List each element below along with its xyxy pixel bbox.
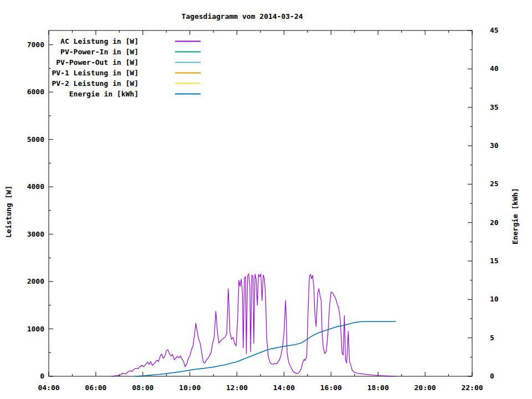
y-left-tick-label: 3000	[27, 230, 44, 238]
y-left-tick-label: 6000	[27, 88, 44, 96]
x-tick-label: 14:00	[273, 383, 295, 392]
y-left-tick-label: 4000	[27, 182, 44, 191]
chart-canvas: Tagesdiagramm vom 2014-03-24 Leistung [W…	[0, 0, 532, 399]
x-tick-label: 22:00	[461, 383, 483, 392]
y-left-tick-label: 7000	[27, 40, 44, 49]
y-right-tick-label: 15	[490, 257, 499, 265]
y-right-tick-label: 40	[490, 64, 499, 73]
y-right-tick-label: 0	[490, 372, 494, 380]
legend-label: PV-1 Leistung in [W]	[52, 69, 139, 77]
legend-label: Energie in [kWh]	[69, 90, 139, 98]
plot-area: 04:0006:0008:0010:0012:0014:0016:0018:00…	[0, 0, 532, 399]
series-energie	[135, 321, 396, 376]
series-ac-leistung	[111, 274, 396, 376]
x-tick-label: 08:00	[132, 383, 154, 392]
legend-label: AC Leistung in [W]	[60, 37, 139, 45]
x-tick-label: 16:00	[320, 383, 342, 392]
y-right-tick-label: 35	[490, 103, 499, 111]
x-tick-label: 20:00	[415, 383, 436, 392]
y-right-tick-label: 25	[490, 180, 499, 188]
legend-label: PV-2 Leistung in [W]	[52, 79, 139, 88]
x-tick-label: 04:00	[38, 383, 59, 392]
x-tick-label: 06:00	[85, 383, 106, 392]
y-right-tick-label: 30	[490, 141, 499, 150]
y-left-tick-label: 1000	[27, 325, 44, 333]
x-tick-label: 18:00	[367, 383, 389, 392]
legend: AC Leistung in [W]PV-Power-In in [W]PV-P…	[52, 37, 201, 98]
y-left-tick-label: 2000	[27, 277, 44, 285]
y-right-tick-label: 5	[490, 334, 494, 342]
x-tick-label: 10:00	[179, 383, 201, 392]
x-tick-label: 12:00	[226, 383, 248, 392]
legend-label: PV-Power-Out in [W]	[56, 58, 139, 66]
y-right-tick-label: 10	[490, 295, 499, 303]
y-left-tick-label: 0	[40, 372, 44, 380]
y-right-tick-label: 20	[490, 218, 499, 227]
y-left-ticks: 01000200030004000500060007000	[27, 40, 53, 380]
y-left-tick-label: 5000	[27, 135, 44, 144]
y-right-tick-label: 45	[490, 26, 499, 34]
legend-label: PV-Power-In in [W]	[60, 48, 139, 56]
